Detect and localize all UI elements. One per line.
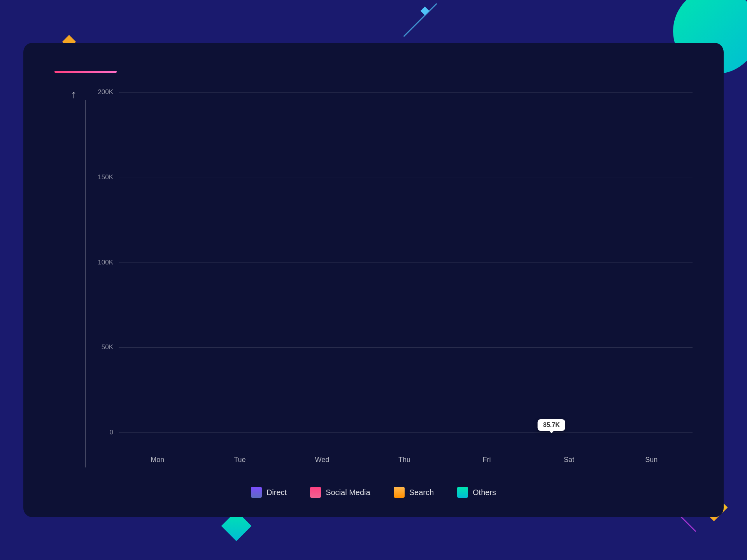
y-axis-tick-label: 150K	[97, 173, 119, 181]
y-axis-tick-label: 200K	[97, 88, 119, 96]
legend-color-search	[394, 487, 405, 498]
y-axis-container: ↑	[54, 88, 89, 467]
x-axis-label-sat: Sat	[546, 456, 593, 464]
bars-area: 85.7K	[124, 88, 693, 436]
legend-label-direct: Direct	[267, 488, 287, 497]
y-axis-tick-label: 50K	[97, 343, 119, 351]
legend-label-others: Others	[473, 488, 496, 497]
legend-color-direct	[251, 487, 262, 498]
bar-tooltip: 85.7K	[538, 419, 565, 431]
legend-item-social_media: Social Media	[310, 487, 370, 498]
chart-area: ↑ 200K150K100K50K085.7K MonTueWedThuFriS…	[54, 88, 693, 467]
x-axis-label-thu: Thu	[381, 456, 428, 464]
legend-color-social_media	[310, 487, 321, 498]
legend-item-direct: Direct	[251, 487, 287, 498]
x-axis: MonTueWedThuFriSatSun	[116, 452, 693, 467]
title-underline	[54, 71, 117, 73]
x-axis-label-tue: Tue	[216, 456, 263, 464]
legend-label-search: Search	[409, 488, 434, 497]
x-axis-label-wed: Wed	[299, 456, 345, 464]
y-axis-tick-label: 0	[97, 429, 119, 436]
legend-item-search: Search	[394, 487, 434, 498]
legend: DirectSocial MediaSearchOthers	[54, 479, 693, 498]
y-axis-line	[85, 100, 86, 467]
legend-color-others	[457, 487, 468, 498]
y-axis-arrow: ↑	[71, 88, 77, 101]
x-axis-label-mon: Mon	[134, 456, 181, 464]
decorative-line-1	[403, 3, 437, 37]
legend-item-others: Others	[457, 487, 496, 498]
chart-card: ↑ 200K150K100K50K085.7K MonTueWedThuFriS…	[23, 43, 724, 517]
x-axis-label-sun: Sun	[628, 456, 675, 464]
legend-label-social_media: Social Media	[326, 488, 370, 497]
x-axis-label-fri: Fri	[463, 456, 510, 464]
chart-main: 200K150K100K50K085.7K MonTueWedThuFriSat…	[89, 88, 693, 467]
y-axis-tick-label: 100K	[97, 259, 119, 266]
chart-plot: 200K150K100K50K085.7K	[97, 88, 693, 452]
title-section	[54, 66, 693, 73]
